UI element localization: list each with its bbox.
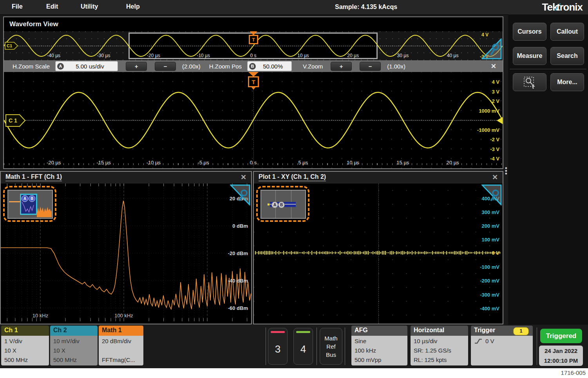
fft-plot-area[interactable]: 20 dBm 0 dBm -20 dBm -40 dBm -60 dBm 10 … (1, 184, 251, 324)
svg-text:C 1: C 1 (9, 117, 17, 124)
thumb-cursor-a-badge[interactable]: A (271, 202, 278, 208)
fft-panel-header: Math 1 - FFT (Ch 1) ✕ (1, 172, 251, 184)
thumb-trace-line (9, 201, 20, 202)
xy-thumbnail-frame: A B (261, 190, 306, 219)
fft-panel-title[interactable]: Math 1 - FFT (Ch 1) (5, 173, 62, 181)
channel1-badge-button[interactable]: Ch 1 1 V/div 10 X 500 MHz (1, 326, 49, 365)
sidebar-divider (510, 69, 586, 69)
math1-scale: 20 dBm/div (102, 337, 140, 346)
zoom-close-button[interactable]: ✕ (491, 62, 496, 70)
trigger-badge-title: Trigger (474, 327, 495, 333)
trigger-marker-main[interactable]: T (248, 72, 259, 90)
channel1-badge[interactable]: C 1 (5, 114, 26, 127)
channel3-button[interactable]: 3 (268, 328, 288, 365)
trigger-t-box: T (248, 76, 259, 87)
channel1-level-arrow-icon[interactable] (497, 117, 503, 124)
thumb-cursor-a-badge[interactable]: A (22, 195, 28, 202)
trigger-source-badge: 1 (513, 327, 529, 335)
overview-zoom-handle-icon[interactable] (481, 38, 502, 59)
main-ytick: -2 V (490, 137, 499, 142)
channel2-badge-header: Ch 2 (50, 326, 98, 336)
xy-ytick: -400 mV (480, 306, 499, 311)
xy-preview-thumbnail[interactable]: A B (256, 186, 309, 222)
xy-panel-header: Plot 1 - XY (Ch 1, Ch 2) ✕ (254, 172, 503, 184)
math1-badge-button[interactable]: Math 1 20 dBm/div FFTmag(C... (99, 326, 143, 365)
logo-tek: Tek (542, 1, 558, 13)
horizontal-scale: 10 µs/div (414, 337, 465, 346)
zoom-select-button[interactable] (513, 73, 546, 91)
thumb-cursor-b-badge[interactable]: B (278, 202, 285, 208)
fft-preview-thumbnail[interactable]: A B (3, 186, 56, 222)
main-ytick: 4 V (492, 79, 499, 85)
main-ytick: 3 V (492, 89, 499, 95)
menu-edit[interactable]: Edit (46, 3, 58, 10)
menu-utility[interactable]: Utility (81, 3, 98, 10)
trigger-badge-button[interactable]: Trigger 1 0 V (471, 326, 533, 365)
main-ytick: 2 V (492, 98, 499, 104)
fft-thumbnail-frame: A B (7, 190, 53, 219)
ch2-bandwidth: 500 MHz (53, 355, 94, 365)
xy-zoom-handle-icon[interactable] (481, 184, 502, 205)
channel2-badge-button[interactable]: Ch 2 10 mV/div 10 X 500 MHz (50, 326, 98, 365)
svg-text:C1: C1 (7, 43, 12, 48)
rising-edge-icon (474, 338, 483, 344)
trigger-level: 0 V (485, 337, 494, 346)
math-ref-bus-button[interactable]: Math Ref Bus (320, 328, 342, 365)
more-button[interactable]: More... (550, 73, 584, 91)
ch4-color-bar (296, 331, 310, 333)
xy-close-button[interactable]: ✕ (492, 173, 498, 182)
hzoom-plus-button[interactable]: + (126, 62, 147, 71)
ch1-bandwidth: 500 MHz (4, 355, 46, 365)
datetime-display: 24 Jan 2022 12:00:10 PM (539, 346, 583, 366)
menu-help[interactable]: Help (126, 3, 140, 10)
zoom-select-icon (523, 76, 537, 89)
search-button[interactable]: Search (550, 47, 584, 65)
menu-file[interactable]: File (12, 3, 23, 10)
overview-xtick: 20 µs (347, 53, 359, 58)
vzoom-plus-button[interactable]: + (331, 62, 352, 71)
cursors-button[interactable]: Cursors (513, 23, 546, 41)
vzoom-label: V.Zoom (303, 63, 323, 70)
afg-badge-button[interactable]: AFG Sine 100 kHz 500 mVpp (351, 326, 407, 365)
date: 24 Jan 2022 (539, 346, 583, 356)
overview-xtick: -10 µs (197, 53, 210, 58)
xy-ytick: 300 mV (481, 209, 499, 215)
thumb-cursor-b-badge[interactable]: B (29, 195, 35, 202)
overview-xtick: 0 s (250, 53, 256, 58)
trigger-t-box: T (249, 35, 258, 44)
trigger-status-badge: Triggered (540, 329, 582, 343)
waveform-overview[interactable]: C1 T -40 µs -30 µs -20 µs -10 µs 0 s 10 … (4, 31, 503, 60)
vzoom-minus-button[interactable]: − (360, 62, 381, 71)
channel4-button[interactable]: 4 (293, 328, 313, 365)
mrb-line: Bus (326, 351, 336, 359)
horizontal-samplerate: SR: 1.25 GS/s (414, 346, 465, 355)
waveform-view-panel: Waveform View C1 T -40 µs -30 µs -20 µs … (3, 16, 503, 169)
afg-waveform: Sine (355, 337, 404, 346)
panel-resize-grip[interactable]: ••• (505, 167, 507, 175)
main-waveform-plot[interactable]: T C 1 4 V 3 V 2 V 1000 mV -1000 mV -2 V … (4, 72, 503, 168)
measure-button[interactable]: Measure (513, 47, 546, 65)
channel1-badge-small[interactable]: C1 (5, 42, 18, 50)
ch3-color-bar (271, 331, 285, 333)
fft-ytick: -20 dBm (228, 250, 248, 256)
mrb-line: Math (324, 334, 337, 342)
hzoom-pos-label: H.Zoom Pos (209, 63, 242, 70)
hzoom-factor: (2.00x) (182, 63, 201, 70)
xy-panel-title[interactable]: Plot 1 - XY (Ch 1, Ch 2) (259, 173, 326, 181)
fft-zoom-handle-icon[interactable] (230, 184, 250, 205)
horizontal-badge-button[interactable]: Horizontal 10 µs/div SR: 1.25 GS/s RL: 1… (411, 326, 468, 365)
xy-ytick: 100 mV (481, 237, 499, 243)
hzoom-scale-input[interactable]: A 5.00 us/div (55, 61, 118, 71)
logo-tronix: tronix (557, 1, 583, 13)
hzoom-scale-value: 5.00 us/div (64, 63, 116, 70)
hzoom-minus-button[interactable]: − (155, 62, 176, 71)
bottombar-divider (345, 328, 345, 365)
trigger-marker-overview[interactable]: T (249, 31, 258, 44)
callout-button[interactable]: Callout (550, 23, 584, 41)
mrb-line: Ref (326, 342, 335, 351)
xy-plot-area[interactable]: 400 mV 300 mV 200 mV 100 mV 0 V -100 mV … (254, 184, 503, 324)
main-ytick: 1000 mV (479, 108, 499, 114)
fft-close-button[interactable]: ✕ (241, 173, 246, 182)
math1-badge-header: Math 1 (99, 326, 143, 336)
hzoom-pos-input[interactable]: B 50.00% (247, 61, 292, 71)
